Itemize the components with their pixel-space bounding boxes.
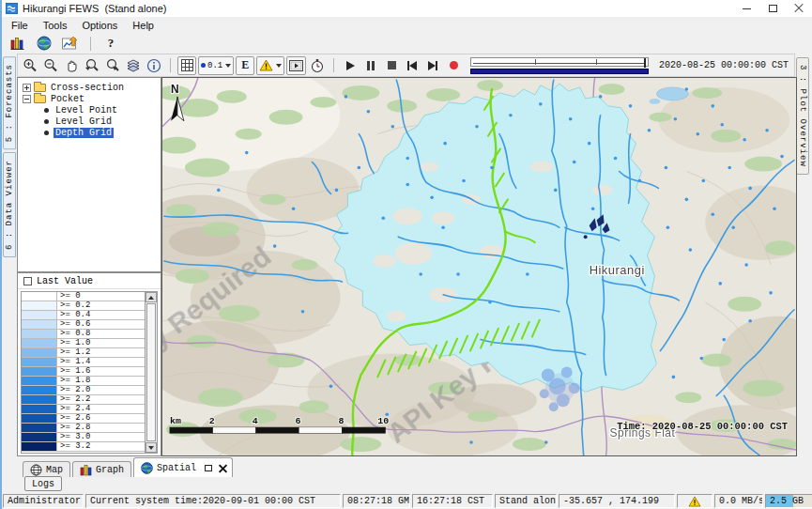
grid-toggle-button[interactable] <box>177 56 196 75</box>
legend-value-label: >= 1.0 <box>57 339 145 347</box>
menu-help[interactable]: Help <box>125 19 161 32</box>
precision-label: 0.1 <box>207 61 222 70</box>
zoom-out-button[interactable] <box>41 56 60 75</box>
tab-graph[interactable]: Graph <box>72 461 131 477</box>
node-bullet-icon <box>44 131 49 135</box>
zoom-next-button[interactable] <box>103 56 122 75</box>
legend-color-swatch <box>22 301 57 310</box>
last-value-checkbox[interactable] <box>23 277 32 285</box>
legend-value-label: >= 3.2 <box>57 442 145 451</box>
legend-toggle-button[interactable]: E <box>236 56 254 75</box>
stop-icon <box>388 61 396 69</box>
toolbar-separator <box>333 58 334 72</box>
chart-bars-icon <box>80 464 92 476</box>
menu-file[interactable]: File <box>4 19 36 32</box>
first-step-button[interactable] <box>403 56 421 75</box>
status-segment-1: Current system time:2020-09-01 00:00 CST <box>85 494 341 508</box>
pause-button[interactable] <box>361 56 380 75</box>
expand-toggle-icon[interactable] <box>23 84 31 92</box>
legend-scrollbar[interactable] <box>145 292 157 453</box>
svg-text:4: 4 <box>253 416 258 426</box>
legend-value-label: >= 0.6 <box>57 320 145 329</box>
status-segment-3: 16:27:18 CST <box>412 494 493 508</box>
warning-icon <box>688 496 701 507</box>
legend-letter-icon: E <box>241 58 249 72</box>
maximize-button[interactable] <box>759 0 786 17</box>
menu-tools[interactable]: Tools <box>36 19 75 32</box>
scroll-down-button[interactable] <box>146 442 157 453</box>
record-button[interactable] <box>444 56 463 75</box>
status-segment-5: -35.657 , 174.199 <box>559 494 675 508</box>
time-slider-thumb[interactable] <box>644 58 646 68</box>
warning-dropdown-button[interactable] <box>256 56 284 75</box>
profile-display-button[interactable] <box>59 34 82 53</box>
animation-export-button[interactable] <box>286 56 306 75</box>
legend-value-label: >= 0.8 <box>57 330 145 338</box>
legend-color-swatch <box>22 348 57 357</box>
folder-icon <box>34 95 46 103</box>
left-tab-1[interactable]: 6 : Data Viewer <box>3 152 16 257</box>
tree-item-cross-section[interactable]: Cross-section <box>18 82 161 93</box>
legend-value-label: >= 0.2 <box>57 301 145 310</box>
tree-item-level-point[interactable]: Level Point <box>18 104 161 116</box>
legend-value-label: >= 2.6 <box>57 414 145 423</box>
zoom-previous-button[interactable] <box>83 56 101 75</box>
logs-button[interactable]: Logs <box>24 476 62 491</box>
collapse-toggle-icon[interactable] <box>23 95 31 103</box>
legend-value-label: >= 1.4 <box>57 358 145 366</box>
layers-button[interactable] <box>124 56 143 75</box>
tree-item-label: Depth Grid <box>54 128 114 138</box>
status-segment-0: Administrator <box>3 494 84 508</box>
legend-color-swatch <box>22 311 57 319</box>
left-tab-0[interactable]: 5 : Forecasts <box>3 56 16 149</box>
scroll-up-button[interactable] <box>146 292 157 302</box>
app-logo-icon <box>6 3 18 14</box>
legend-value-label: >= 1.6 <box>57 367 145 376</box>
time-navigator-button[interactable] <box>308 56 327 75</box>
database-display-button[interactable] <box>7 34 29 53</box>
tree-item-level-grid[interactable]: Level Grid <box>18 116 161 127</box>
legend-value-label: >= 1.8 <box>57 377 145 385</box>
pan-hand-button[interactable] <box>62 56 81 75</box>
tab-spatial[interactable]: Spatial <box>133 457 233 477</box>
legend-row[interactable]: >= 3.2 <box>22 442 145 452</box>
record-icon <box>450 61 458 69</box>
window-title: Hikurangi FEWS (Stand alone) <box>23 3 166 14</box>
tree-item-depth-grid[interactable]: Depth Grid <box>18 127 161 138</box>
time-slider-track[interactable] <box>470 57 649 67</box>
menu-options[interactable]: Options <box>74 19 125 32</box>
legend-value-label: >= 3.0 <box>57 433 145 441</box>
chevron-down-icon <box>276 64 282 68</box>
last-step-button[interactable] <box>423 56 442 75</box>
tab-map[interactable]: Map <box>23 461 70 477</box>
help-button[interactable]: ? <box>100 34 122 53</box>
tree-item-label: Level Point <box>54 105 119 116</box>
legend-value-label: >= 0 <box>57 292 145 301</box>
close-tab-icon[interactable] <box>219 464 227 472</box>
time-slider[interactable] <box>470 57 649 74</box>
legend-color-swatch <box>22 292 57 301</box>
tree-item-pocket[interactable]: Pocket <box>18 93 161 104</box>
stop-button[interactable] <box>382 56 401 75</box>
legend-color-swatch <box>22 424 57 432</box>
play-icon <box>346 61 355 70</box>
tree-item-label: Level Grid <box>54 116 114 127</box>
tree-item-label: Pocket <box>49 94 86 104</box>
right-tab-0[interactable]: 3 : Plot Overview <box>796 57 809 175</box>
scrollbar-thumb[interactable] <box>146 303 156 441</box>
map-canvas[interactable]: API Key Required API Key Required <box>161 77 797 456</box>
minimize-button[interactable] <box>733 0 759 17</box>
status-segment-2: 08:27:18 GMT <box>343 494 410 508</box>
precision-dropdown-button[interactable]: 0.1 <box>198 56 234 75</box>
chart-arrow-icon <box>62 36 79 51</box>
play-button[interactable] <box>341 56 360 75</box>
zoom-in-button[interactable] <box>21 56 39 75</box>
step-back-icon <box>407 61 417 70</box>
place-label-hikurangi: Hikurangi <box>590 263 645 277</box>
legend-value-label: >= 1.2 <box>57 348 145 357</box>
legend-value-label: >= 2.0 <box>57 386 145 394</box>
undock-tab-icon[interactable] <box>205 465 212 471</box>
close-button[interactable] <box>786 0 812 17</box>
map-display-button[interactable] <box>33 34 55 53</box>
info-button[interactable] <box>145 56 163 75</box>
